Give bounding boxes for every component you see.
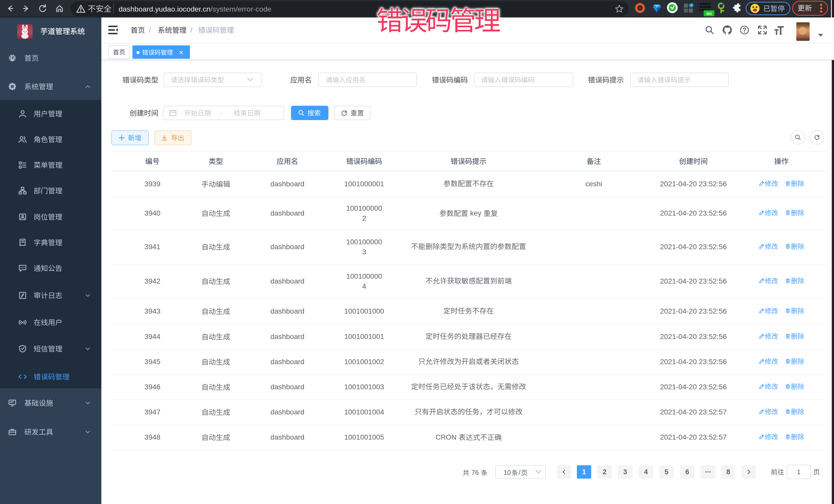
svg-text:on: on [706, 11, 712, 16]
